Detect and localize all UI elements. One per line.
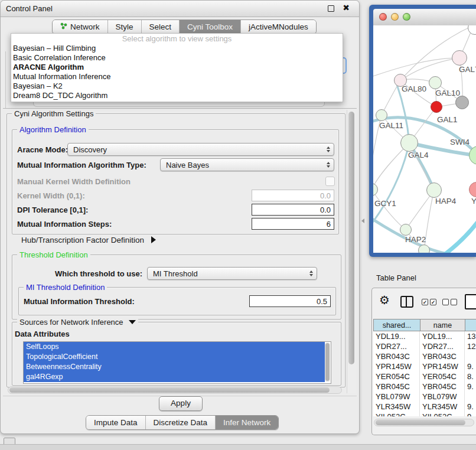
mi-steps-label: Mutual Information Steps:	[17, 220, 112, 229]
tab-discretize-data-label: Discretize Data	[154, 418, 208, 427]
kernel-width-label: Kernel Width (0,1):	[17, 191, 85, 200]
column-header-shared-name[interactable]: shared...	[373, 319, 420, 331]
tab-cyni-toolbox[interactable]: Cyni Toolbox	[180, 20, 241, 34]
cell: YBR043C	[420, 351, 465, 361]
table-horizontal-scrollbar[interactable]	[374, 419, 474, 426]
tab-infer-network[interactable]: Infer Network	[216, 416, 278, 429]
node-gray[interactable]	[455, 96, 469, 109]
table-horizontal-scrollbar-thumb[interactable]	[376, 420, 465, 425]
table-row[interactable]: YPR145WYPR145W9.	[373, 361, 476, 371]
columns-icon[interactable]	[400, 296, 413, 308]
tab-select[interactable]: Select	[142, 20, 180, 34]
table-row[interactable]: YDL19...YDL19...13	[373, 331, 476, 341]
cell	[465, 351, 476, 361]
hub-definition-header[interactable]: Hub/Transcription Factor Definition	[21, 236, 156, 244]
node-label-gal10: GAL10	[435, 89, 460, 97]
popup-item-dream8[interactable]: Dream8 DC_TDC Algorithm	[11, 91, 343, 100]
cyni-bottom-tabs: Impute Data Discretize Data Infer Networ…	[86, 415, 279, 430]
popup-item-bayesian-k2[interactable]: Bayesian – K2	[11, 81, 343, 91]
gear-icon[interactable]: ⚙	[379, 293, 390, 307]
apply-button[interactable]: Apply	[159, 396, 203, 411]
settings-vertical-scrollbar-thumb[interactable]	[348, 112, 354, 364]
node-gal10[interactable]	[429, 76, 442, 89]
kernel-width-field[interactable]: 0.0	[252, 190, 334, 201]
table-row[interactable]: YDR27...YDR27...12	[373, 341, 476, 351]
node-gal4[interactable]	[400, 134, 418, 152]
network-window-titlebar[interactable]	[373, 9, 476, 26]
table-panel: ⚙ ✓✓ shared... name YDL19...YDL19...13 Y…	[371, 288, 476, 435]
settings-horizontal-scrollbar-thumb[interactable]	[9, 387, 330, 393]
attributes-scrollbar[interactable]	[325, 343, 330, 382]
aracne-mode-combo[interactable]: Discovery	[67, 143, 334, 156]
node-gal11[interactable]	[376, 109, 387, 121]
table-row[interactable]: YBL079WYBL079W	[373, 392, 476, 402]
mi-type-combo[interactable]: Naive Bayes	[160, 158, 334, 171]
tab-style[interactable]: Style	[108, 20, 142, 34]
column-header-cut[interactable]	[465, 319, 476, 331]
deselect-all-rows-icon[interactable]	[442, 299, 457, 305]
tab-jactivemnodules[interactable]: jActiveMNodules	[241, 20, 316, 34]
tab-cyni-toolbox-label: Cyni Toolbox	[187, 22, 233, 31]
attr-item-topological[interactable]: TopologicalCoefficient	[24, 352, 325, 362]
select-all-rows-icon[interactable]: ✓✓	[422, 299, 436, 305]
cell: YBL079W	[373, 392, 420, 402]
mi-steps-field[interactable]: 6	[252, 218, 334, 230]
node-label-gal1: GAL1	[437, 115, 458, 124]
dpi-tolerance-field[interactable]: 0.0	[252, 204, 334, 216]
popup-item-aracne[interactable]: ARACNE Algorithm	[11, 63, 343, 72]
cell: YBR043C	[373, 351, 420, 361]
cell: YDR27...	[373, 341, 420, 351]
threshold-definition-title: Threshold Definition	[17, 250, 90, 259]
popup-item-mutual-information[interactable]: Mutual Information Inference	[11, 72, 343, 81]
manual-kernel-checkbox[interactable]	[325, 177, 335, 186]
popup-item-basic-correlation[interactable]: Basic Correlation Inference	[11, 53, 343, 63]
node-hap2[interactable]	[400, 224, 412, 236]
cell: YPR145W	[373, 361, 420, 371]
attr-item-betweenness[interactable]: BetweennessCentrality	[24, 362, 325, 372]
control-panel-titlebar[interactable]: Control Panel ✖	[1, 1, 359, 17]
cell: YIL052C	[373, 412, 420, 416]
mi-threshold-field[interactable]: 0.5	[249, 295, 331, 307]
export-table-icon[interactable]	[465, 294, 476, 309]
network-canvas[interactable]: GAL7 GAL80 GAL10 GAL1 GAL11 SWI4 GAL4 GC…	[373, 25, 476, 253]
attr-item-gal4rgexp[interactable]: gal4RGexp	[24, 372, 325, 382]
combo-arrows-icon	[309, 270, 313, 276]
tab-network[interactable]: Network	[53, 20, 108, 34]
float-window-icon[interactable]	[328, 5, 334, 12]
panel-resize-handle[interactable]	[361, 219, 364, 223]
minimize-traffic-light[interactable]	[391, 13, 399, 21]
close-icon[interactable]: ✖	[343, 3, 350, 12]
table-row[interactable]: YER054CYER054C8.	[373, 371, 476, 381]
cell: 9	[465, 412, 476, 416]
table-row[interactable]: YLR345WYLR345W9.	[373, 402, 476, 412]
hub-definition-label: Hub/Transcription Factor Definition	[21, 236, 144, 244]
close-traffic-light[interactable]	[379, 13, 387, 21]
settings-horizontal-scrollbar[interactable]	[8, 386, 342, 394]
tab-discretize-data[interactable]: Discretize Data	[146, 416, 216, 429]
table-header-row: shared... name	[373, 319, 476, 331]
zoom-traffic-light[interactable]	[403, 13, 410, 21]
node-gal7[interactable]	[452, 50, 467, 66]
settings-vertical-scrollbar[interactable]	[347, 110, 356, 393]
popup-item-bayesian-hill[interactable]: Bayesian – Hill Climbing	[11, 44, 343, 53]
node-label-gal4: GAL4	[408, 151, 429, 159]
cell: YIL052C	[420, 412, 465, 416]
node-label-gal80: GAL80	[402, 84, 426, 93]
cell: YBR045C	[373, 381, 420, 392]
table-row[interactable]: YBR045CYBR045C9.	[373, 381, 476, 392]
node-label-gcy1: GCY1	[374, 199, 396, 208]
collapse-arrow-icon[interactable]	[129, 320, 136, 324]
node-gal1[interactable]	[431, 101, 442, 113]
table-row[interactable]: YBR043CYBR043C	[373, 351, 476, 361]
node-hap4[interactable]	[426, 182, 442, 198]
attributes-scrollbar-thumb[interactable]	[325, 343, 330, 381]
tab-impute-data[interactable]: Impute Data	[86, 416, 146, 429]
column-header-name[interactable]: name	[420, 319, 465, 331]
dpi-tolerance-label: DPI Tolerance [0,1]:	[17, 206, 88, 214]
which-threshold-combo[interactable]: MI Threshold	[147, 267, 317, 280]
data-attributes-list[interactable]: SelfLoops TopologicalCoefficient Between…	[23, 341, 331, 384]
node-bottom[interactable]	[418, 244, 430, 253]
expand-arrow-icon[interactable]	[151, 236, 156, 243]
attr-item-selfloops[interactable]: SelfLoops	[24, 342, 325, 352]
table-row[interactable]: YIL052CYIL052C9	[373, 412, 476, 416]
